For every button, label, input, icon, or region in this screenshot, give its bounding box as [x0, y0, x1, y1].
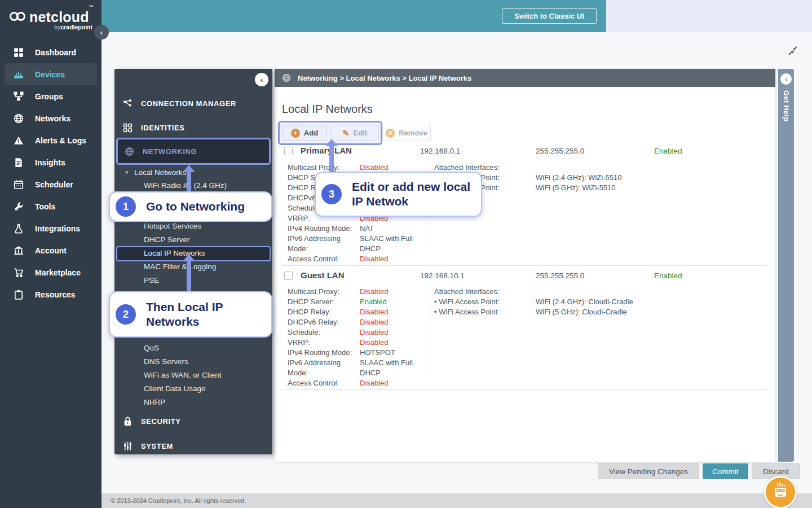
detail-value: SLAAC with Full DHCP — [360, 358, 427, 378]
main-panel: Networking > Local Networks > Local IP N… — [275, 69, 775, 462]
sidebar-item-alerts-logs[interactable]: Alerts & Logs — [0, 129, 102, 151]
subnav-item-dhcp-server[interactable]: DHCP Server — [144, 234, 268, 246]
callout-arrow-1 — [187, 172, 191, 192]
callout-arrowhead-3 — [325, 139, 338, 146]
edit-pencil-icon: ✎ — [342, 128, 350, 138]
detail-label: IPv6 Addressing Mode: — [288, 358, 358, 378]
sidebar-item-account[interactable]: Account — [0, 239, 102, 261]
detail-value: Disabled — [360, 327, 427, 338]
detail-label: DHCPv6 Relay: — [288, 317, 358, 327]
add-plus-icon: + — [291, 129, 300, 138]
sidebar-nav: Dashboard Devices Groups Networks Alerts… — [0, 41, 102, 305]
network-row-guest-lan: Guest LAN 192.168.10.1 255.255.255.0 Ena… — [275, 270, 775, 284]
subnav-item-dns-servers[interactable]: DNS Servers — [144, 356, 268, 367]
sliders-icon — [123, 441, 133, 451]
subnav-item-wifi-as-wan[interactable]: WiFi as WAN, or Client — [144, 370, 268, 381]
caret-down-icon: ▼ — [124, 169, 130, 176]
subnav-item-mac-filter-logging[interactable]: MAC Filter & Logging — [144, 261, 268, 273]
lock-icon — [123, 417, 133, 426]
subnav-item-qos[interactable]: QoS — [144, 343, 268, 354]
subnav-item-hotspot-services[interactable]: Hotspot Services — [144, 221, 268, 232]
guest-lan-attached-interfaces: Attached Interfaces: • WiFi Access Point… — [434, 287, 633, 317]
subnav-networking-active[interactable]: NETWORKING — [116, 138, 271, 165]
primary-lan-checkbox[interactable] — [284, 147, 293, 155]
detail-label: Access Control: — [288, 254, 358, 264]
minimize-panel-icon[interactable] — [787, 45, 798, 56]
chevron-left-icon: ‹ — [780, 73, 792, 85]
subnav-item-client-data-usage[interactable]: Client Data Usage — [144, 383, 268, 395]
view-pending-changes-button[interactable]: View Pending Changes — [598, 463, 699, 479]
add-button[interactable]: + Add — [282, 125, 327, 141]
guest-lan-checkbox[interactable] — [284, 271, 293, 280]
alert-triangle-icon — [14, 135, 24, 146]
subnav-item-nhrp[interactable]: NHRP — [144, 397, 268, 408]
network-row-primary-lan: Primary LAN 192.168.0.1 255.255.255.0 En… — [275, 146, 775, 159]
detail-value: Disabled — [360, 317, 427, 327]
top-bar: Switch to Classic UI — [102, 0, 606, 32]
subnav-item-pse[interactable]: PSE — [144, 275, 268, 286]
detail-value: HOTSPOT — [360, 348, 427, 358]
logo-text: netcloud™ — [29, 9, 94, 25]
topbar-blank-area — [606, 0, 812, 32]
network-netmask: 255.255.255.0 — [536, 271, 584, 280]
commit-button[interactable]: Commit — [703, 463, 748, 479]
networking-subnav: ‹ CONNECTION MANAGER IDENTITIES NETWORKI… — [114, 69, 272, 454]
callout-1-number: 1 — [116, 196, 136, 217]
attached-value: WiFi (2.4 GHz): WiZi-5510 — [536, 173, 621, 183]
subnav-collapse-button[interactable]: ‹ — [255, 73, 268, 86]
netcloud-logo: netcloud™ bycradlepoint — [0, 0, 102, 41]
subnav-security[interactable]: SECURITY — [114, 415, 272, 427]
sidebar-item-scheduler[interactable]: Scheduler — [0, 173, 102, 195]
callout-1-text: Go to Networking — [146, 199, 245, 214]
sidebar-item-dashboard[interactable]: Dashboard — [0, 41, 102, 63]
switch-to-classic-ui-button[interactable]: Switch to Classic UI — [502, 8, 597, 24]
subnav-item-local-ip-networks[interactable]: Local IP Networks — [144, 247, 205, 260]
chevron-left-icon: ‹ — [100, 28, 103, 37]
subnav-identities[interactable]: IDENTITIES — [114, 121, 272, 134]
callout-3-number: 3 — [321, 184, 342, 204]
infinity-logo-icon — [9, 11, 26, 24]
callout-arrowhead-2 — [183, 254, 195, 261]
breadcrumb-text: Networking > Local Networks > Local IP N… — [298, 74, 471, 82]
flask-icon — [14, 224, 24, 234]
network-name: Guest LAN — [301, 270, 345, 280]
sidebar-item-groups[interactable]: Groups — [0, 85, 102, 107]
get-help-tab[interactable]: ‹ Get Help — [778, 69, 794, 462]
detail-value: NAT — [360, 224, 427, 234]
sidebar-item-tools[interactable]: Tools — [0, 195, 102, 217]
sidebar-item-marketplace[interactable]: Marketplace — [0, 261, 102, 283]
remove-button[interactable]: ✕ Remove — [382, 125, 431, 141]
cart-icon — [14, 268, 24, 278]
networking-globe-icon — [125, 147, 134, 156]
detail-label: VRRP: — [288, 338, 358, 348]
row-divider — [282, 389, 767, 390]
breadcrumb: Networking > Local Networks > Local IP N… — [275, 69, 775, 87]
subnav-connection-manager[interactable]: CONNECTION MANAGER — [114, 97, 272, 110]
app: Switch to Classic UI netcloud™ bycradlep… — [0, 0, 812, 508]
sidebar-item-insights[interactable]: Insights — [0, 151, 102, 173]
network-ip: 192.168.0.1 — [420, 147, 460, 155]
dashboard-icon — [14, 47, 24, 58]
detail-label: DHCP Server: — [288, 297, 358, 307]
callout-arrow-3 — [329, 146, 334, 172]
row-divider — [282, 265, 767, 266]
copyright-text: © 2013-2024 Cradlepoint, Inc. All rights… — [111, 497, 246, 504]
attached-value: WiFi (2.4 GHz): Cloudi-Cradle — [536, 297, 633, 307]
identities-icon — [123, 123, 133, 133]
sidebar-item-integrations[interactable]: Integrations — [0, 217, 102, 239]
attached-header: Attached Interfaces: — [434, 287, 633, 297]
callout-2-number: 2 — [116, 304, 136, 325]
subnav-system[interactable]: SYSTEM — [114, 440, 272, 452]
detail-label: IPv4 Routing Mode: — [288, 348, 358, 358]
subnav-item-wifi-radio-1[interactable]: WiFi Radio #1 (2.4 GHz) — [144, 180, 268, 191]
detail-label: IPv6 Addressing Mode: — [288, 234, 358, 254]
callout-3-text: Edit or add new local IP Netwok — [352, 179, 479, 209]
attached-label: • WiFi Access Point: — [434, 307, 536, 317]
sidebar-item-resources[interactable]: Resources — [0, 283, 102, 305]
sidebar-item-networks[interactable]: Networks — [0, 107, 102, 129]
detail-label: IPv4 Routing Mode: — [288, 224, 358, 234]
chat-robot-button[interactable] — [764, 476, 797, 508]
sidebar-collapse-button[interactable]: ‹ — [94, 25, 109, 40]
sidebar-item-devices[interactable]: Devices — [5, 63, 97, 85]
detail-label: Access Control: — [288, 378, 358, 388]
